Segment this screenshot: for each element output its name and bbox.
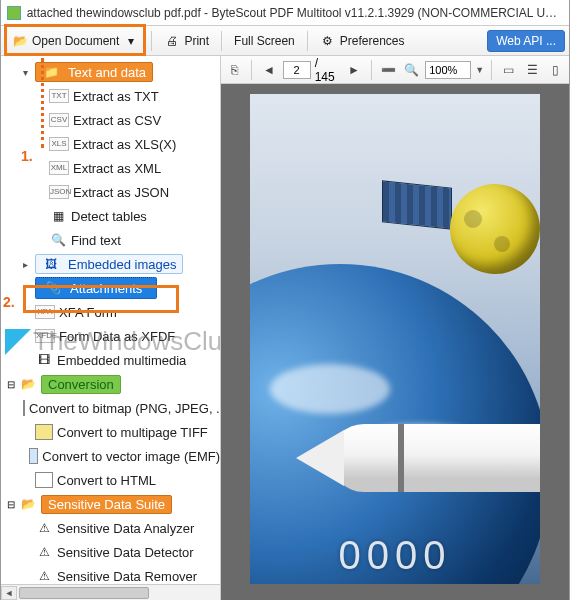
extract-json-label: Extract as JSON (73, 185, 169, 200)
convert-vector-label: Convert to vector image (EMF) (42, 449, 220, 464)
layout-continuous-button[interactable]: ☰ (522, 60, 541, 80)
folder-open-icon: 📂 (12, 33, 28, 49)
web-api-label: Web API ... (496, 34, 556, 48)
web-api-button[interactable]: Web API ... (487, 30, 565, 52)
gear-icon: ⚙ (320, 33, 336, 49)
open-document-label: Open Document (32, 34, 119, 48)
tree-node-extract-xls[interactable]: XLS Extract as XLS(X) (1, 132, 220, 156)
tree-node-xfa-form[interactable]: XFA XFA Form (1, 300, 220, 324)
toolbar-separator (371, 60, 372, 80)
zoom-input[interactable] (425, 61, 471, 79)
sd-remover-label: Sensitive Data Remover (57, 569, 197, 584)
xfa-form-label: XFA Form (59, 305, 117, 320)
minus-icon: ⊟ (7, 499, 19, 510)
tree-node-form-data-xfdf[interactable]: XFDF Form Data as XFDF (1, 324, 220, 348)
toolbar-separator (491, 60, 492, 80)
fullscreen-button[interactable]: Full Screen (227, 30, 302, 52)
extract-xls-label: Extract as XLS(X) (73, 137, 176, 152)
toolbar-separator (221, 31, 222, 51)
preferences-label: Preferences (340, 34, 405, 48)
tree-node-convert-vector[interactable]: Convert to vector image (EMF) (1, 444, 220, 468)
viewer-canvas[interactable]: 0000 (221, 84, 569, 600)
xls-badge-icon: XLS (49, 137, 69, 151)
scroll-left-icon[interactable]: ◄ (1, 586, 17, 600)
printer-icon: 🖨 (164, 33, 180, 49)
app-icon (7, 6, 21, 20)
convert-bitmap-label: Convert to bitmap (PNG, JPEG, ...) (29, 401, 221, 416)
minus-icon: ⊟ (7, 379, 19, 390)
fullscreen-label: Full Screen (234, 34, 295, 48)
tree-node-extract-xml[interactable]: XML Extract as XML (1, 156, 220, 180)
form-data-xfdf-label: Form Data as XFDF (59, 329, 175, 344)
window-title: attached thewindowsclub pdf.pdf - ByteSc… (27, 6, 563, 20)
paperclip-icon: 📎 (44, 280, 62, 296)
conversion-label: Conversion (48, 377, 114, 392)
total-pages-label: / 145 (315, 56, 341, 84)
layout-facing-button[interactable]: ▯ (546, 60, 565, 80)
tree-node-extract-json[interactable]: JSON Extract as JSON (1, 180, 220, 204)
warning-icon: ⚠ (35, 568, 53, 584)
page-year-watermark: 0000 (250, 533, 540, 578)
json-badge-icon: JSON (49, 185, 69, 199)
tree-root: ▾ 📁 Text and data TXT Extract as TXT CSV… (1, 60, 220, 588)
print-button[interactable]: 🖨 Print (157, 29, 216, 53)
multimedia-icon: 🎞 (35, 352, 53, 368)
zoom-dropdown-icon[interactable]: ▼ (475, 65, 484, 75)
images-icon: 🖼 (42, 256, 60, 272)
xfa-badge-icon: XFA (35, 305, 55, 319)
tree-node-sd-detector[interactable]: ⚠ Sensitive Data Detector (1, 540, 220, 564)
layout-single-button[interactable]: ▭ (499, 60, 518, 80)
caret-down-icon: ▾ (23, 67, 35, 78)
bitmap-icon (23, 400, 25, 416)
csv-badge-icon: CSV (49, 113, 69, 127)
preferences-button[interactable]: ⚙ Preferences (313, 29, 412, 53)
extract-csv-label: Extract as CSV (73, 113, 161, 128)
tree-node-sd-analyzer[interactable]: ⚠ Sensitive Data Analyzer (1, 516, 220, 540)
main-toolbar: 📂 Open Document ▾ 🖨 Print Full Screen ⚙ … (1, 26, 569, 56)
next-page-button[interactable]: ► (344, 60, 363, 80)
page-number-input[interactable] (283, 61, 311, 79)
tree-node-find-text[interactable]: 🔍 Find text (1, 228, 220, 252)
tree-node-extract-txt[interactable]: TXT Extract as TXT (1, 84, 220, 108)
folder-open-icon: 📂 (19, 496, 37, 512)
tree-node-text-and-data[interactable]: ▾ 📁 Text and data (1, 60, 220, 84)
prev-page-button[interactable]: ◄ (259, 60, 278, 80)
convert-html-label: Convert to HTML (57, 473, 156, 488)
scroll-thumb[interactable] (19, 587, 149, 599)
xml-badge-icon: XML (49, 161, 69, 175)
tree-node-convert-html[interactable]: Convert to HTML (1, 468, 220, 492)
vector-icon (29, 448, 39, 464)
open-document-button[interactable]: 📂 Open Document ▾ (5, 29, 146, 53)
tree-node-detect-tables[interactable]: ▦ Detect tables (1, 204, 220, 228)
warning-icon: ⚠ (35, 544, 53, 560)
tree-node-attachments[interactable]: 📎 Attachments (1, 276, 220, 300)
main-area: 1. 2. ▾ 📁 Text and data TXT Extract as T… (1, 56, 569, 600)
satellite-graphic (400, 154, 540, 274)
tree-node-embedded-multimedia[interactable]: 🎞 Embedded multimedia (1, 348, 220, 372)
tree-node-embedded-images[interactable]: ▸ 🖼 Embedded images (1, 252, 220, 276)
toolbar-separator (251, 60, 252, 80)
extract-txt-label: Extract as TXT (73, 89, 159, 104)
sidebar-toggle-button[interactable]: ⎘ (225, 60, 244, 80)
zoom-in-button[interactable]: 🔍 (402, 60, 421, 80)
detect-tables-label: Detect tables (71, 209, 147, 224)
tree-node-conversion[interactable]: ⊟ 📂 Conversion (1, 372, 220, 396)
zoom-out-button[interactable]: ➖ (379, 60, 398, 80)
tree-node-sensitive-suite[interactable]: ⊟ 📂 Sensitive Data Suite (1, 492, 220, 516)
sensitive-suite-label: Sensitive Data Suite (48, 497, 165, 512)
extract-xml-label: Extract as XML (73, 161, 161, 176)
sidebar-horizontal-scrollbar[interactable]: ◄ ► (1, 584, 221, 600)
tree-node-extract-csv[interactable]: CSV Extract as CSV (1, 108, 220, 132)
annotation-dotted-line (41, 58, 44, 148)
embedded-images-label: Embedded images (68, 257, 176, 272)
folder-icon: 📁 (42, 64, 60, 80)
folder-open-icon: 📂 (19, 376, 37, 392)
table-icon: ▦ (49, 208, 67, 224)
toolbar-separator (307, 31, 308, 51)
annotation-number-1: 1. (21, 148, 33, 164)
annotation-number-2: 2. (3, 294, 15, 310)
attachments-label: Attachments (70, 281, 142, 296)
tree-node-convert-bitmap[interactable]: Convert to bitmap (PNG, JPEG, ...) (1, 396, 220, 420)
toolbar-separator (151, 31, 152, 51)
tree-node-convert-tiff[interactable]: Convert to multipage TIFF (1, 420, 220, 444)
